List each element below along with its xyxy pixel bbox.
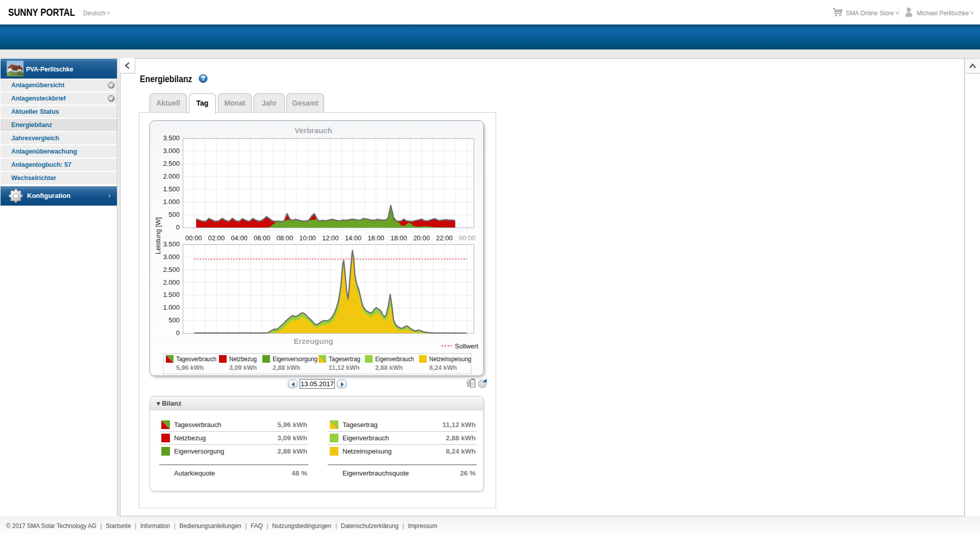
svg-text:0: 0 xyxy=(176,223,180,231)
svg-text:18:00: 18:00 xyxy=(390,234,407,242)
svg-text:12:00: 12:00 xyxy=(322,234,339,242)
svg-text:?: ? xyxy=(201,75,205,82)
svg-text:2.500: 2.500 xyxy=(163,160,180,167)
svg-text:00:00: 00:00 xyxy=(459,234,476,242)
svg-text:8,24 kWh: 8,24 kWh xyxy=(429,364,457,371)
svg-text:3.000: 3.000 xyxy=(163,253,180,261)
svg-text:Netzeinspeisung: Netzeinspeisung xyxy=(429,355,471,363)
svg-text:14:00: 14:00 xyxy=(345,234,362,242)
svg-text:3.000: 3.000 xyxy=(163,147,180,155)
svg-text:04:00: 04:00 xyxy=(231,234,248,242)
svg-text:Tagesertrag: Tagesertrag xyxy=(329,355,360,363)
svg-text:5,96 kWh: 5,96 kWh xyxy=(176,364,204,371)
svg-text:3.500: 3.500 xyxy=(163,240,180,248)
svg-text:02:00: 02:00 xyxy=(208,234,225,242)
svg-text:20:00: 20:00 xyxy=(413,234,430,242)
svg-text:16:00: 16:00 xyxy=(368,234,384,242)
svg-text:00:00: 00:00 xyxy=(185,234,202,242)
svg-text:1.500: 1.500 xyxy=(163,291,180,298)
svg-text:Verbrauch: Verbrauch xyxy=(295,126,332,135)
svg-text:Sollwert: Sollwert xyxy=(455,342,479,350)
svg-text:2,88 kWh: 2,88 kWh xyxy=(273,364,300,371)
svg-text:1.500: 1.500 xyxy=(163,185,180,193)
svg-text:Erzeugung: Erzeugung xyxy=(293,337,333,345)
svg-text:06:00: 06:00 xyxy=(254,234,271,242)
svg-text:2,88 kWh: 2,88 kWh xyxy=(375,364,403,371)
svg-text:Eigenverbrauch: Eigenverbrauch xyxy=(375,355,414,363)
svg-text:2.500: 2.500 xyxy=(163,266,180,273)
svg-text:08:00: 08:00 xyxy=(277,234,293,242)
svg-text:11,12 kWh: 11,12 kWh xyxy=(329,364,359,371)
svg-text:500: 500 xyxy=(168,211,180,218)
svg-text:1.000: 1.000 xyxy=(163,198,180,206)
svg-text:Tagesverbrauch: Tagesverbrauch xyxy=(176,355,216,363)
svg-text:500: 500 xyxy=(168,316,180,324)
svg-text:3.500: 3.500 xyxy=(163,134,180,142)
svg-text:0: 0 xyxy=(176,329,180,337)
svg-text:1.000: 1.000 xyxy=(163,304,180,311)
svg-text:2.000: 2.000 xyxy=(163,279,180,286)
svg-text:Netzbezug: Netzbezug xyxy=(229,355,257,363)
svg-text:2.000: 2.000 xyxy=(163,172,180,180)
svg-text:Eigenversorgung: Eigenversorgung xyxy=(273,355,317,363)
svg-text:Leistung [W]: Leistung [W] xyxy=(154,217,162,254)
svg-text:3,09 kWh: 3,09 kWh xyxy=(229,364,257,371)
svg-text:22:00: 22:00 xyxy=(436,234,453,242)
svg-text:10:00: 10:00 xyxy=(299,234,316,242)
